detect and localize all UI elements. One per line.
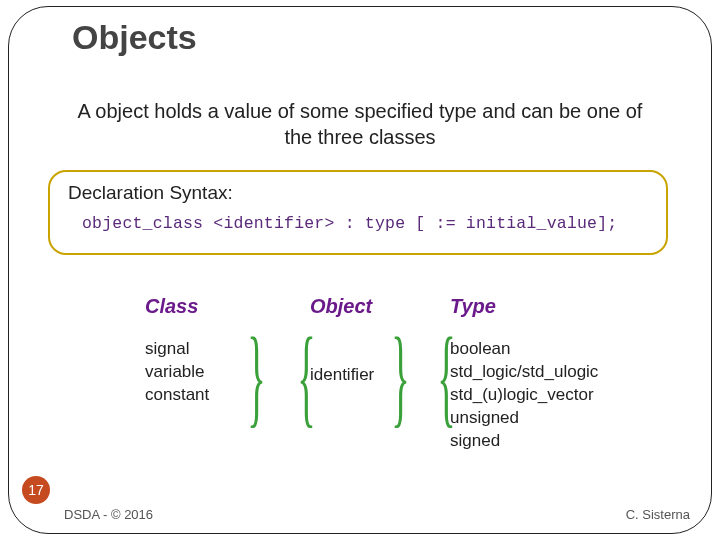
slide-title: Objects (72, 18, 197, 57)
type-item: std_(u)logic_vector (450, 384, 680, 407)
slide: Objects A object holds a value of some s… (0, 0, 720, 540)
syntax-box: Declaration Syntax: object_class <identi… (48, 170, 668, 255)
footer-left: DSDA - © 2016 (64, 507, 153, 522)
type-item: signed (450, 430, 680, 453)
column-class: Class signal variable constant (145, 295, 295, 407)
columns-area: Class signal variable constant } { Objec… (110, 295, 670, 480)
column-object: Object identifier (310, 295, 450, 387)
brace-icon: } (391, 321, 409, 431)
page-number-badge: 17 (22, 476, 50, 504)
slide-subtitle: A object holds a value of some specified… (70, 98, 650, 150)
column-type: Type boolean std_logic/std_ulogic std_(u… (450, 295, 680, 453)
column-object-heading: Object (310, 295, 450, 318)
class-item: variable (145, 361, 295, 384)
footer-right: C. Sisterna (626, 507, 690, 522)
column-object-items: identifier (310, 326, 450, 387)
brace-icon: } (247, 321, 265, 431)
column-type-heading: Type (450, 295, 680, 318)
syntax-label: Declaration Syntax: (68, 182, 648, 204)
type-item: unsigned (450, 407, 680, 430)
class-item: signal (145, 338, 295, 361)
class-item: constant (145, 384, 295, 407)
syntax-code: object_class <identifier> : type [ := in… (68, 214, 648, 233)
column-class-heading: Class (145, 295, 295, 318)
object-item: identifier (310, 364, 450, 387)
column-class-items: signal variable constant (145, 326, 295, 407)
type-item: std_logic/std_ulogic (450, 361, 680, 384)
type-item: boolean (450, 338, 680, 361)
column-type-items: boolean std_logic/std_ulogic std_(u)logi… (450, 326, 680, 453)
